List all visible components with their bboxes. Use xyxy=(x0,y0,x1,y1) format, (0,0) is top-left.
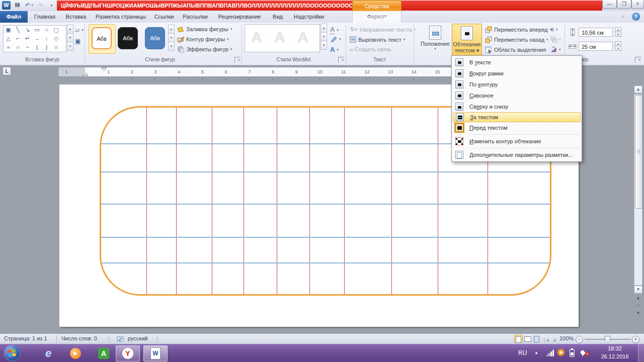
close-button[interactable]: × xyxy=(631,0,644,9)
wordart-dialog-launcher-icon[interactable]: ↘ xyxy=(338,57,344,63)
grid-vline[interactable] xyxy=(391,108,392,294)
previous-page-icon[interactable]: ▲ xyxy=(634,295,642,303)
grid-vline[interactable] xyxy=(309,108,310,294)
undo-dropdown-icon[interactable]: ▾ xyxy=(30,1,34,10)
grid-vline[interactable] xyxy=(344,108,345,294)
text-fill-button[interactable]: A▾ xyxy=(330,26,339,35)
shape-cell[interactable]: → xyxy=(32,34,42,43)
tab-selector-button[interactable]: L xyxy=(3,67,11,75)
scroll-up-icon[interactable]: ▲ xyxy=(168,25,175,34)
draw-textbox-button[interactable]: ▣ xyxy=(75,38,80,45)
zoom-level[interactable]: 100% xyxy=(559,335,574,341)
zoom-in-icon[interactable]: + xyxy=(632,336,639,343)
shape-outline-button[interactable]: Контур фигуры▾ xyxy=(177,36,228,43)
shape-cell[interactable]: ☆ xyxy=(51,43,61,52)
scrollbar-thumb[interactable] xyxy=(635,95,642,209)
shape-style-1[interactable]: Абв xyxy=(92,27,112,49)
volume-muted-icon[interactable]: × xyxy=(581,349,590,356)
shape-cell[interactable]: ↓ xyxy=(42,34,51,43)
shape-cell[interactable]: ◇ xyxy=(51,34,61,43)
shape-cell[interactable]: ~ xyxy=(23,43,32,52)
tab-addins[interactable]: Надстройки xyxy=(290,11,328,23)
shape-cell[interactable]: ▭ xyxy=(32,26,42,34)
scroll-more-icon[interactable]: ▼ xyxy=(67,42,73,51)
show-desktop-button[interactable] xyxy=(638,344,644,362)
menu-item-through[interactable]: Сквозное xyxy=(453,90,581,101)
shape-styles-scroll[interactable]: ▲ ▼ ▼ xyxy=(168,25,175,51)
shape-width-input[interactable]: 25 см xyxy=(579,42,613,51)
shape-cell[interactable]: ▣ xyxy=(4,26,13,34)
menu-item-tight[interactable]: По контуру xyxy=(453,79,581,90)
scroll-down-icon[interactable]: ▼ xyxy=(67,33,73,42)
wordart-style-3[interactable]: A xyxy=(291,25,314,50)
page-indicator[interactable]: Страница: 1 из 1 xyxy=(4,335,47,341)
shape-effects-button[interactable]: Эффекты фигур▾ xyxy=(177,46,232,53)
rotate-objects-button[interactable]: ▾ xyxy=(550,46,561,53)
shape-fill-button[interactable]: Заливка фигуры▾ xyxy=(177,26,232,33)
grid-vline[interactable] xyxy=(176,108,177,294)
grid-vline[interactable] xyxy=(212,108,212,294)
text-effects-button[interactable]: A▾ xyxy=(330,46,339,53)
height-spinner[interactable]: ▲▼ xyxy=(615,28,621,37)
align-text-button[interactable]: Выровнять текст▾ xyxy=(350,36,405,43)
shape-cell[interactable]: ╲ xyxy=(13,26,23,34)
shape-style-2[interactable]: Абв xyxy=(118,27,138,49)
tab-insert[interactable]: Вставка xyxy=(61,11,91,23)
minimize-ribbon-icon[interactable]: ˄ xyxy=(618,11,628,23)
send-backward-button[interactable]: Переместить назад▾ xyxy=(485,36,548,43)
grid-vline[interactable] xyxy=(277,108,277,294)
battery-icon[interactable] xyxy=(570,349,575,357)
shape-styles-dialog-launcher-icon[interactable]: ↘ xyxy=(234,57,240,63)
position-button[interactable]: Положение ▾ xyxy=(421,24,450,56)
align-objects-button[interactable]: ≡▾ xyxy=(550,26,558,33)
view-fullscreen-reading-icon[interactable] xyxy=(523,335,532,343)
minimize-button[interactable]: — xyxy=(602,0,617,9)
shape-cell[interactable]: ↵ xyxy=(23,34,32,43)
shape-cell[interactable]: ↘ xyxy=(23,26,32,34)
next-page-icon[interactable]: ▼ xyxy=(634,310,642,318)
word-count[interactable]: Число слов: 0 xyxy=(61,335,97,341)
taskbar-aimp-button[interactable]: A xyxy=(92,345,116,361)
grid-hline[interactable] xyxy=(101,171,550,172)
scroll-up-icon[interactable]: ▲ xyxy=(67,25,73,34)
view-outline-icon[interactable]: ⋮≡ xyxy=(541,335,550,343)
scroll-up-icon[interactable]: ▲ xyxy=(634,85,642,94)
taskbar-word-button[interactable]: W xyxy=(143,345,168,361)
language-indicator[interactable]: русский xyxy=(128,335,147,341)
shape-cell[interactable]: ≈ xyxy=(4,43,13,52)
tab-page-layout[interactable]: Разметка страницы xyxy=(93,11,149,23)
tab-references[interactable]: Ссылки xyxy=(151,11,177,23)
bring-forward-button[interactable]: Переместить вперед▾ xyxy=(485,26,551,33)
text-outline-button[interactable]: ▾ xyxy=(330,36,341,42)
spin-down-icon[interactable]: ▼ xyxy=(615,32,621,37)
tab-mailings[interactable]: Рассылки xyxy=(179,11,211,23)
tab-file[interactable]: Файл xyxy=(0,11,28,23)
start-button[interactable] xyxy=(4,345,21,361)
menu-item-edit-wrap-points[interactable]: Изменить контур обтекания xyxy=(453,136,581,147)
size-dialog-launcher-icon[interactable]: ↘ xyxy=(635,57,641,63)
taskbar-ie-button[interactable]: e xyxy=(36,345,60,361)
spellcheck-icon[interactable] xyxy=(117,336,124,342)
tray-app-icon[interactable] xyxy=(557,349,565,356)
restore-button[interactable]: ❐ xyxy=(617,0,631,9)
grid-vline[interactable] xyxy=(146,108,147,294)
scroll-down-icon[interactable]: ▼ xyxy=(320,32,327,41)
menu-item-more-layout-options[interactable]: Дополнительные параметры разметки... xyxy=(453,149,581,160)
tray-clock-date[interactable]: 26.12.2016 xyxy=(598,353,632,359)
grid-hline[interactable] xyxy=(101,262,550,263)
scroll-more-icon[interactable]: ▼ xyxy=(320,41,327,50)
shape-cell[interactable]: { xyxy=(32,43,42,52)
scroll-more-icon[interactable]: ▼ xyxy=(168,42,175,51)
edit-shape-button[interactable]: ▱▾ xyxy=(75,27,84,34)
view-print-layout-icon[interactable] xyxy=(514,335,523,343)
menu-item-in-line-with-text[interactable]: В тексте xyxy=(453,57,581,68)
wordart-scroll[interactable]: ▲ ▼ ▼ xyxy=(320,24,327,50)
tab-view[interactable]: Вид xyxy=(268,11,288,23)
zoom-slider-thumb[interactable] xyxy=(605,336,610,343)
selection-pane-button[interactable]: Область выделения xyxy=(485,46,546,53)
vertical-scrollbar[interactable] xyxy=(634,94,642,286)
view-web-layout-icon[interactable] xyxy=(532,335,541,343)
taskbar-media-player-button[interactable]: ▶ xyxy=(63,345,88,361)
browse-object-icon[interactable]: ○ xyxy=(634,302,642,310)
zoom-out-icon[interactable]: − xyxy=(576,336,583,343)
